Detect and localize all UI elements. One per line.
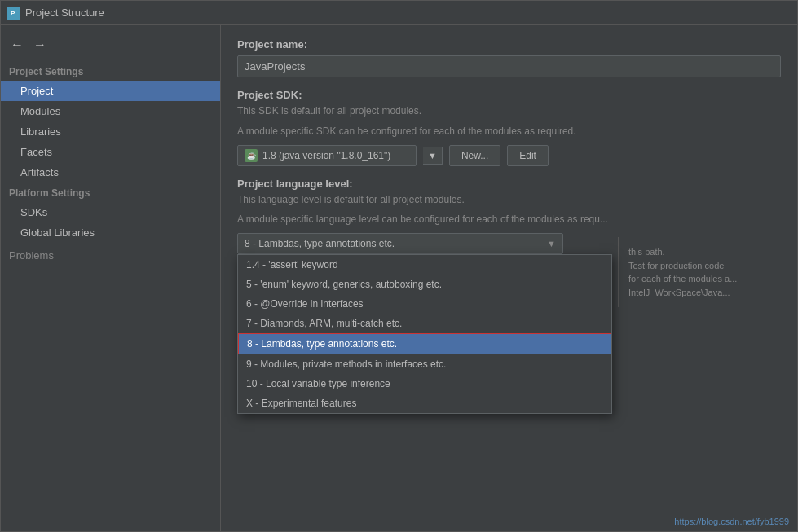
sdk-value: 1.8 (java version "1.8.0_161") bbox=[262, 150, 390, 161]
overlay-line-4: IntelJ_WorkSpace\Java... bbox=[628, 286, 787, 300]
main-layout: ← → Project Settings Project Modules Lib… bbox=[1, 25, 797, 531]
project-name-label: Project name: bbox=[237, 38, 781, 51]
sdk-desc1: This SDK is default for all project modu… bbox=[237, 104, 781, 118]
project-settings-label: Project Settings bbox=[1, 61, 220, 81]
overlay-line-2: Test for production code bbox=[628, 259, 787, 273]
overlay-line-3: for each of the modules a... bbox=[628, 272, 787, 286]
sdk-dropdown[interactable]: ☕ 1.8 (java version "1.8.0_161") bbox=[237, 145, 417, 166]
main-panel: Project name: Project SDK: This SDK is d… bbox=[221, 25, 797, 531]
lang-title: Project language level: bbox=[237, 178, 781, 190]
lang-option-x[interactable]: X - Experimental features bbox=[238, 394, 611, 413]
overlay-line-1: this path. bbox=[628, 245, 787, 259]
problems-section: Problems bbox=[1, 243, 220, 266]
sidebar-item-modules[interactable]: Modules bbox=[1, 101, 220, 121]
lang-option-7[interactable]: 7 - Diamonds, ARM, multi-catch etc. bbox=[238, 314, 611, 333]
svg-text:P: P bbox=[11, 10, 15, 17]
right-overlay: this path. Test for production code for … bbox=[618, 237, 797, 307]
bottom-link[interactable]: https://blog.csdn.net/fyb1999 bbox=[674, 517, 789, 526]
sidebar-item-facets[interactable]: Facets bbox=[1, 142, 220, 162]
sidebar-item-libraries[interactable]: Libraries bbox=[1, 121, 220, 142]
window-title: Project Structure bbox=[25, 7, 104, 19]
lang-option-5[interactable]: 5 - 'enum' keyword, generics, autoboxing… bbox=[238, 275, 611, 294]
sidebar-item-sdks[interactable]: SDKs bbox=[1, 202, 220, 222]
lang-dropdown-container: 8 - Lambdas, type annotations etc. ▼ 1.4… bbox=[237, 233, 563, 254]
sdk-new-button[interactable]: New... bbox=[449, 145, 500, 166]
platform-settings-label: Platform Settings bbox=[1, 182, 220, 202]
lang-selected-value: 8 - Lambdas, type annotations etc. bbox=[245, 238, 547, 249]
lang-option-14[interactable]: 1.4 - 'assert' keyword bbox=[238, 255, 611, 275]
sidebar-item-project[interactable]: Project bbox=[1, 81, 220, 101]
project-structure-window: P Project Structure ← → Project Settings… bbox=[0, 0, 798, 532]
lang-option-8[interactable]: 8 - Lambdas, type annotations etc. bbox=[238, 333, 611, 354]
sidebar-item-global-libraries[interactable]: Global Libraries bbox=[1, 222, 220, 243]
lang-dropdown[interactable]: 8 - Lambdas, type annotations etc. ▼ bbox=[237, 233, 563, 254]
project-name-input[interactable] bbox=[237, 55, 781, 77]
sidebar-item-artifacts[interactable]: Artifacts bbox=[1, 162, 220, 182]
lang-option-9[interactable]: 9 - Modules, private methods in interfac… bbox=[238, 354, 611, 374]
sdk-row: ☕ 1.8 (java version "1.8.0_161") ▼ New..… bbox=[237, 145, 781, 166]
app-icon: P bbox=[7, 7, 20, 20]
nav-buttons: ← → bbox=[1, 32, 220, 61]
lang-option-6[interactable]: 6 - @Override in interfaces bbox=[238, 294, 611, 314]
sdk-dropdown-arrow[interactable]: ▼ bbox=[423, 147, 443, 165]
lang-dropdown-menu: 1.4 - 'assert' keyword 5 - 'enum' keywor… bbox=[237, 254, 612, 414]
lang-desc1: This language level is default for all p… bbox=[237, 193, 781, 207]
nav-back-button[interactable]: ← bbox=[7, 35, 27, 55]
sdk-desc2: A module specific SDK can be configured … bbox=[237, 125, 781, 138]
nav-forward-button[interactable]: → bbox=[30, 35, 50, 55]
lang-option-10[interactable]: 10 - Local variable type inference bbox=[238, 374, 611, 394]
sidebar: ← → Project Settings Project Modules Lib… bbox=[1, 25, 221, 531]
lang-dropdown-arrow-icon: ▼ bbox=[547, 239, 556, 248]
titlebar: P Project Structure bbox=[1, 1, 797, 25]
sdk-edit-button[interactable]: Edit bbox=[507, 145, 549, 166]
sdk-title: Project SDK: bbox=[237, 89, 781, 101]
sdk-icon: ☕ bbox=[245, 149, 258, 162]
lang-desc2: A module specific language level can be … bbox=[237, 213, 781, 226]
